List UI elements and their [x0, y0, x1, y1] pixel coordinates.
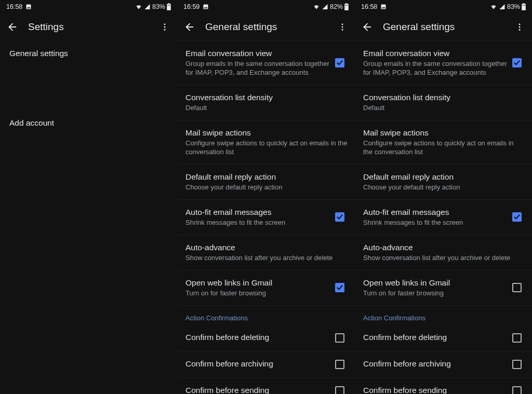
default-reply-action-row[interactable]: Default email reply action Choose your d…	[177, 165, 355, 200]
setting-sub: Turn on for faster browsing	[185, 289, 331, 298]
setting-sub: Group emails in the same conversation to…	[185, 60, 331, 77]
back-button[interactable]	[6, 21, 19, 33]
svg-rect-17	[523, 3, 524, 4]
setting-sub: Default	[363, 104, 525, 113]
status-bar: 16:58 83%	[0, 0, 177, 13]
battery-icon	[344, 3, 349, 10]
setting-sub: Show conversation list after you archive…	[363, 254, 525, 263]
auto-fit-checkbox[interactable]	[512, 212, 522, 222]
app-bar: General settings	[177, 13, 355, 40]
confirm-send-checkbox[interactable]	[335, 386, 344, 394]
setting-sub: Turn on for faster browsing	[363, 289, 508, 298]
general-settings-row[interactable]: General settings	[0, 40, 177, 66]
signal-icon	[144, 4, 151, 10]
setting-title: Auto-advance	[185, 242, 348, 253]
app-bar: Settings	[0, 13, 177, 40]
svg-rect-9	[345, 3, 347, 4]
svg-point-23	[519, 29, 521, 31]
svg-point-14	[342, 26, 343, 28]
wifi-icon	[313, 4, 320, 10]
conversation-list-density-row[interactable]: Conversation list density Default	[355, 85, 532, 120]
setting-title: Mail swipe actions	[363, 128, 525, 138]
auto-fit-messages-row[interactable]: Auto-fit email messages Shrink messages …	[177, 200, 355, 235]
email-conversation-checkbox[interactable]	[512, 58, 522, 67]
setting-title: Confirm before deleting	[363, 332, 508, 343]
open-web-links-checkbox[interactable]	[335, 283, 344, 292]
confirm-delete-checkbox[interactable]	[335, 333, 344, 343]
mail-swipe-actions-row[interactable]: Mail swipe actions Configure swipe actio…	[355, 120, 532, 165]
setting-sub: Configure swipe actions to quickly act o…	[185, 139, 348, 157]
back-button[interactable]	[183, 21, 196, 33]
confirm-archive-checkbox[interactable]	[335, 360, 344, 369]
svg-point-7	[164, 29, 166, 31]
page-title: General settings	[205, 21, 327, 33]
open-web-links-row[interactable]: Open web links in Gmail Turn on for fast…	[177, 270, 355, 306]
overflow-menu-button[interactable]	[513, 21, 526, 33]
conversation-list-density-row[interactable]: Conversation list density Default	[177, 85, 355, 120]
overflow-menu-button[interactable]	[336, 21, 349, 33]
picture-icon	[25, 4, 32, 10]
status-bar: 16:59 82%	[177, 0, 355, 13]
status-battery-pct: 82%	[330, 3, 343, 10]
setting-title: Mail swipe actions	[185, 128, 348, 138]
setting-sub: Group emails in the same conversation to…	[363, 60, 508, 77]
auto-fit-messages-row[interactable]: Auto-fit email messages Shrink messages …	[355, 200, 532, 235]
confirm-before-deleting-row[interactable]: Confirm before deleting	[177, 325, 355, 351]
wifi-icon	[490, 4, 497, 10]
back-button[interactable]	[361, 21, 374, 33]
auto-advance-row[interactable]: Auto-advance Show conversation list afte…	[177, 235, 355, 270]
page-title: General settings	[383, 21, 504, 33]
status-bar: 16:58 83%	[355, 0, 532, 13]
setting-title: Confirm before archiving	[185, 359, 331, 369]
picture-icon	[203, 4, 209, 10]
setting-title: Default email reply action	[185, 172, 348, 182]
setting-title: Email conversation view	[185, 48, 331, 59]
open-web-links-checkbox[interactable]	[512, 283, 522, 292]
auto-advance-row[interactable]: Auto-advance Show conversation list afte…	[355, 235, 532, 270]
auto-fit-checkbox[interactable]	[335, 212, 344, 222]
status-battery-pct: 83%	[507, 3, 520, 10]
email-conversation-view-row[interactable]: Email conversation view Group emails in …	[355, 40, 532, 85]
svg-rect-19	[522, 6, 525, 10]
battery-icon	[522, 3, 526, 10]
setting-title: Auto-fit email messages	[185, 207, 331, 218]
add-account-row[interactable]: Add account	[0, 110, 177, 136]
add-account-label: Add account	[9, 118, 54, 127]
confirm-before-sending-row[interactable]: Confirm before sending	[177, 378, 355, 394]
svg-rect-11	[345, 6, 348, 10]
signal-icon	[322, 4, 328, 10]
confirm-delete-checkbox[interactable]	[512, 333, 522, 343]
setting-title: Open web links in Gmail	[363, 278, 508, 288]
page-title: Settings	[28, 21, 149, 33]
confirm-before-archiving-row[interactable]: Confirm before archiving	[355, 351, 532, 378]
battery-icon	[167, 3, 171, 10]
setting-sub: Shrink messages to fit the screen	[185, 219, 331, 227]
setting-title: Conversation list density	[363, 92, 525, 103]
svg-point-15	[342, 29, 343, 31]
confirm-before-sending-row[interactable]: Confirm before sending	[355, 378, 532, 394]
confirm-send-checkbox[interactable]	[512, 386, 522, 394]
setting-title: Open web links in Gmail	[185, 278, 331, 288]
confirm-archive-checkbox[interactable]	[512, 360, 522, 369]
email-conversation-view-row[interactable]: Email conversation view Group emails in …	[177, 40, 355, 85]
overflow-menu-button[interactable]	[158, 21, 171, 33]
confirm-before-archiving-row[interactable]: Confirm before archiving	[177, 351, 355, 378]
setting-title: Conversation list density	[185, 92, 348, 103]
wifi-icon	[135, 4, 142, 10]
default-reply-action-row[interactable]: Default email reply action Choose your d…	[355, 165, 532, 200]
setting-title: Auto-fit email messages	[363, 207, 508, 218]
mail-swipe-actions-row[interactable]: Mail swipe actions Configure swipe actio…	[177, 120, 355, 165]
svg-point-13	[342, 23, 343, 25]
setting-title: Confirm before sending	[185, 385, 331, 394]
svg-point-22	[519, 26, 521, 28]
open-web-links-row[interactable]: Open web links in Gmail Turn on for fast…	[355, 270, 532, 306]
svg-point-21	[519, 23, 521, 25]
confirm-before-deleting-row[interactable]: Confirm before deleting	[355, 325, 532, 351]
status-time: 16:58	[6, 3, 22, 10]
setting-sub: Shrink messages to fit the screen	[363, 219, 508, 227]
email-conversation-checkbox[interactable]	[335, 58, 344, 67]
signal-icon	[499, 4, 506, 10]
status-time: 16:59	[183, 3, 200, 10]
picture-icon	[380, 4, 387, 10]
setting-title: Auto-advance	[363, 242, 525, 253]
